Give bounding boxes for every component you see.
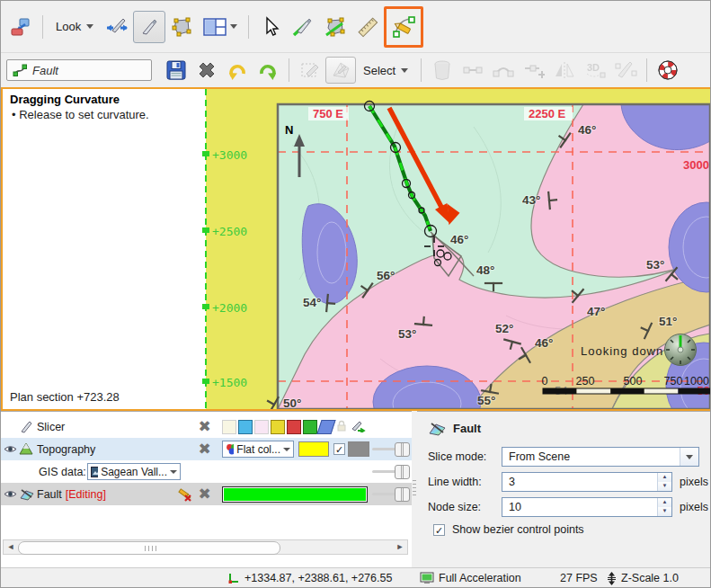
edit-toolbar: Fault	[1, 53, 711, 87]
ruler-tool-button[interactable]	[351, 11, 384, 43]
section-label: +2500	[212, 225, 247, 238]
node-size-input[interactable]: 10 ▲▼	[502, 497, 672, 517]
slice-polyline-button[interactable]	[610, 57, 641, 84]
properties-header: Fault	[428, 421, 481, 436]
opacity-slider[interactable]	[372, 448, 410, 450]
draw-on-slicer-button[interactable]	[295, 57, 325, 84]
draw-slicer-line-button[interactable]	[287, 11, 319, 43]
node-size-unit: pixels	[680, 501, 708, 513]
dip-label: 46°	[450, 233, 468, 246]
polyline-icon	[13, 63, 27, 77]
separator	[289, 58, 289, 82]
knife-green-line-icon	[291, 16, 315, 38]
add-node-icon	[523, 61, 545, 79]
svg-text:250: 250	[576, 375, 595, 388]
object-name-value: Fault	[32, 64, 58, 77]
draw-on-mesh-button[interactable]	[325, 57, 356, 84]
application-window: Look	[0, 0, 711, 588]
chevron-down-icon	[680, 448, 698, 466]
topography-color-swatch[interactable]	[298, 441, 329, 457]
dashed-plane-pencil-icon	[299, 59, 321, 81]
scroll-right-arrow[interactable]: ►	[393, 540, 407, 554]
rgb-circles-icon	[226, 443, 234, 455]
slicer-arrows-icon[interactable]	[350, 420, 366, 432]
help-button[interactable]	[653, 57, 683, 84]
add-node-button[interactable]	[519, 57, 549, 84]
main-toolbar: Look	[1, 1, 711, 53]
properties-title: Fault	[453, 422, 481, 435]
slice-plane-icon[interactable]	[316, 420, 335, 434]
cube-green-icon[interactable]	[303, 420, 317, 434]
move-slicer-tool-button[interactable]	[101, 11, 133, 43]
divider-grip-icon	[413, 479, 416, 495]
section-label: +3000	[212, 148, 247, 162]
slicer-tool-button[interactable]	[133, 11, 165, 43]
topography-checkbox[interactable]: ✓	[333, 443, 345, 455]
coordinates-axis-icon	[227, 572, 240, 584]
look-dropdown[interactable]: Look	[49, 13, 101, 40]
spin-arrows[interactable]: ▲▼	[657, 473, 671, 491]
layer-list-scrollbar[interactable]: ◄ ►	[3, 539, 408, 555]
plane-green-line-icon	[324, 16, 347, 38]
scene-viewport[interactable]: 750 E 2250 E 3000 50 N 46° 43° 46° 48° 5…	[1, 87, 711, 411]
remove-layer-button[interactable]: ✖	[197, 486, 212, 502]
object-name-field[interactable]: Fault	[6, 59, 152, 81]
cube-pale-icon[interactable]	[222, 420, 236, 434]
slice-mode-label: Slice mode:	[428, 450, 502, 463]
remove-layer-button[interactable]: ✖	[197, 441, 212, 457]
opacity-slider[interactable]	[372, 493, 410, 495]
dip-label: 54°	[303, 296, 321, 309]
delete-object-button[interactable]	[191, 57, 222, 84]
clear-scene-icon	[10, 16, 31, 38]
split-view-button[interactable]	[198, 11, 243, 43]
cube-blue-icon[interactable]	[238, 420, 253, 434]
cube-red-icon[interactable]	[287, 420, 301, 434]
layer-row-slicer[interactable]: Slicer ✖	[1, 415, 412, 438]
visibility-eye-icon[interactable]	[4, 443, 17, 455]
bezier-checkbox[interactable]: ✓	[433, 524, 445, 536]
delete-nodes-button[interactable]	[427, 57, 458, 84]
orientation-ball[interactable]	[665, 334, 697, 366]
slicer-quick-icons	[222, 420, 366, 434]
layer-row-fault[interactable]: Fault [Editing] ✖	[1, 483, 412, 505]
gis-data-label: GIS data:	[39, 466, 86, 478]
remove-layer-button[interactable]: ✖	[197, 419, 212, 434]
gis-data-dropdown[interactable]: Sagean Vall...	[87, 463, 181, 480]
clear-scene-button[interactable]	[4, 11, 37, 43]
secondary-color-swatch[interactable]	[348, 441, 369, 457]
dip-label: 56°	[377, 269, 395, 282]
layer-row-gis[interactable]: GIS data: Sagean Vall...	[1, 460, 412, 483]
select-cursor-button[interactable]	[254, 11, 287, 43]
redo-button[interactable]	[253, 57, 283, 84]
straight-segment-button[interactable]	[458, 57, 488, 84]
section-label: +2000	[212, 301, 247, 315]
fault-color-bar[interactable]	[222, 486, 368, 503]
line-width-input[interactable]: 3 ▲▼	[502, 472, 672, 492]
scroll-left-arrow[interactable]: ◄	[4, 540, 18, 554]
save-button[interactable]	[161, 57, 191, 84]
visibility-eye-icon[interactable]	[4, 488, 17, 500]
spin-arrows[interactable]: ▲▼	[657, 498, 671, 516]
draw-plane-line-button[interactable]	[319, 11, 351, 43]
mirror-button[interactable]	[549, 57, 580, 84]
opacity-slider[interactable]	[372, 470, 410, 473]
draw-curve-tool-button[interactable]	[384, 6, 423, 48]
layer-row-topography[interactable]: Topography ✖ Flat col... ✓	[1, 438, 412, 460]
separator	[421, 58, 422, 82]
plane-tool-button[interactable]	[165, 11, 198, 43]
cube-pink-icon[interactable]	[254, 420, 269, 434]
slice-mode-select[interactable]: From Scene	[502, 447, 699, 467]
scrollbar-thumb[interactable]	[18, 541, 280, 555]
slicer-knife-icon	[19, 420, 33, 434]
select-dropdown[interactable]: Select	[356, 57, 415, 84]
shading-mode-dropdown[interactable]: Flat col...	[222, 441, 294, 458]
mesh-pencil-icon	[330, 59, 351, 81]
dip-label: 47°	[587, 305, 605, 318]
stop-editing-icon[interactable]	[177, 486, 192, 502]
3d-mode-button[interactable]: 3D	[580, 57, 610, 84]
curved-segment-button[interactable]	[488, 57, 519, 84]
cube-yellow-icon[interactable]	[271, 420, 285, 434]
separator	[42, 15, 43, 39]
undo-button[interactable]	[222, 57, 253, 84]
editing-status-badge: [Editing]	[66, 488, 106, 501]
